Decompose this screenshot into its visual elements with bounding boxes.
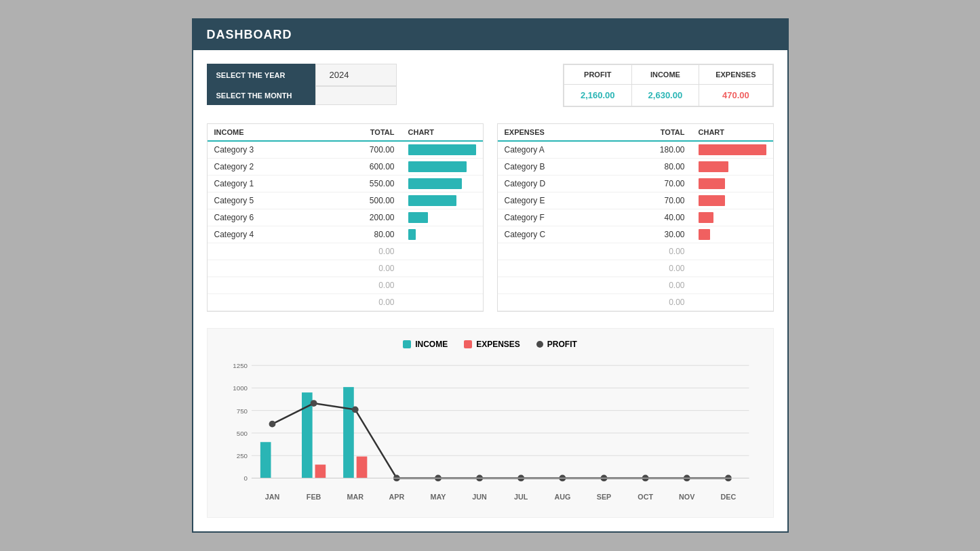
expenses-row-chart [692,159,773,176]
profit-legend: PROFIT [536,340,577,349]
expenses-row-name: Category B [498,159,612,176]
profit-header: PROFIT [564,65,631,85]
income-table-row: Category 3 700.00 [208,141,483,159]
month-label: SELECT THE MONTH [207,86,315,105]
expenses-table-row: Category F 40.00 [498,209,773,226]
income-row-name: Category 4 [208,226,320,243]
expenses-col2: TOTAL [611,124,691,141]
income-bar [408,178,462,189]
expenses-row-name: Category E [498,192,612,209]
income-row-name [208,243,320,260]
income-row-name [208,277,320,294]
income-row-chart [401,176,483,192]
expenses-row-name: Category D [498,176,612,192]
expenses-row-total: 40.00 [611,209,691,226]
expenses-row-total: 30.00 [611,226,691,243]
expenses-row-name [498,277,612,294]
chart-section: INCOME EXPENSES PROFIT 02505007501000125… [207,328,774,518]
expense-bar [699,195,725,206]
expenses-row-chart [692,226,773,243]
income-row-total: 700.00 [320,141,401,159]
top-section: SELECT THE YEAR 2024 SELECT THE MONTH PR… [207,64,774,107]
income-row-chart [401,226,483,243]
expenses-legend: EXPENSES [464,340,520,349]
expenses-row-chart [692,260,773,277]
income-table-row: Category 2 600.00 [208,159,483,176]
income-bar [408,161,467,172]
expense-bar [699,161,728,172]
income-col1: INCOME [208,124,320,141]
expenses-row-total: 180.00 [611,141,691,159]
x-label: APR [389,493,404,501]
expenses-row-chart [692,209,773,226]
income-row-total: 0.00 [320,294,401,311]
profit-line [272,403,728,478]
svg-text:250: 250 [236,452,248,460]
income-table-row: 0.00 [208,243,483,260]
summary-table: PROFIT INCOME EXPENSES 2,160.00 2,630.00… [563,64,774,107]
x-label: JAN [264,493,279,501]
income-table: INCOME TOTAL CHART Category 3 700.00 Cat… [207,123,484,312]
expenses-row-chart [692,294,773,311]
income-row-name: Category 2 [208,159,320,176]
expenses-table-row: Category E 70.00 [498,192,773,209]
income-row-chart [401,192,483,209]
expenses-table-row: Category D 70.00 [498,176,773,192]
expenses-row-total: 70.00 [611,192,691,209]
month-selector-row: SELECT THE MONTH [207,86,397,105]
income-bar [408,212,428,223]
expenses-row-chart [692,277,773,294]
svg-text:1250: 1250 [233,362,248,369]
svg-text:750: 750 [236,407,248,415]
profit-legend-label: PROFIT [547,340,577,349]
x-label: MAR [347,493,364,501]
income-row-total: 600.00 [320,159,401,176]
expenses-table-row: Category A 180.00 [498,141,773,159]
income-row-name [208,260,320,277]
profit-value: 2,160.00 [564,85,631,106]
year-label: SELECT THE YEAR [207,64,315,86]
dashboard-body: SELECT THE YEAR 2024 SELECT THE MONTH PR… [193,50,787,531]
expenses-row-name: Category A [498,141,612,159]
expenses-col3: CHART [692,124,773,141]
month-value[interactable] [315,86,397,105]
income-table-row: Category 4 80.00 [208,226,483,243]
expense-bar [699,229,710,240]
chart-area: 025050075010001250JANFEBMARAPRMAYJUNJULA… [218,357,762,506]
expenses-legend-dot [464,340,472,348]
income-bar [408,229,416,240]
income-row-chart [401,243,483,260]
income-table-row: Category 6 200.00 [208,209,483,226]
income-legend: INCOME [403,340,448,349]
main-chart-svg: 025050075010001250JANFEBMARAPRMAYJUNJULA… [218,357,762,506]
expenses-row-name: Category F [498,209,612,226]
income-row-chart [401,141,483,159]
expenses-value: 470.00 [699,85,772,106]
year-value[interactable]: 2024 [315,64,397,86]
expense-bar [699,144,766,155]
income-row-name: Category 1 [208,176,320,192]
x-label: DEC [720,493,736,501]
profit-dot [310,400,317,407]
income-bar [408,195,456,206]
income-table-row: 0.00 [208,277,483,294]
dashboard-container: DASHBOARD SELECT THE YEAR 2024 SELECT TH… [192,18,789,533]
income-row-total: 500.00 [320,192,401,209]
expenses-chart-bar [356,457,367,478]
income-row-total: 0.00 [320,277,401,294]
income-row-total: 80.00 [320,226,401,243]
selectors: SELECT THE YEAR 2024 SELECT THE MONTH [207,64,397,105]
income-col3: CHART [401,124,483,141]
expenses-row-name [498,243,612,260]
svg-text:500: 500 [236,430,248,437]
expenses-row-name [498,294,612,311]
svg-text:1000: 1000 [233,384,248,392]
income-row-total: 550.00 [320,176,401,192]
expenses-header: EXPENSES [699,65,772,85]
dashboard-header: DASHBOARD [193,20,787,50]
expenses-table-row: 0.00 [498,260,773,277]
x-label: JUN [472,493,487,501]
income-header: INCOME [631,65,699,85]
x-label: NOV [679,493,695,501]
income-row-chart [401,277,483,294]
